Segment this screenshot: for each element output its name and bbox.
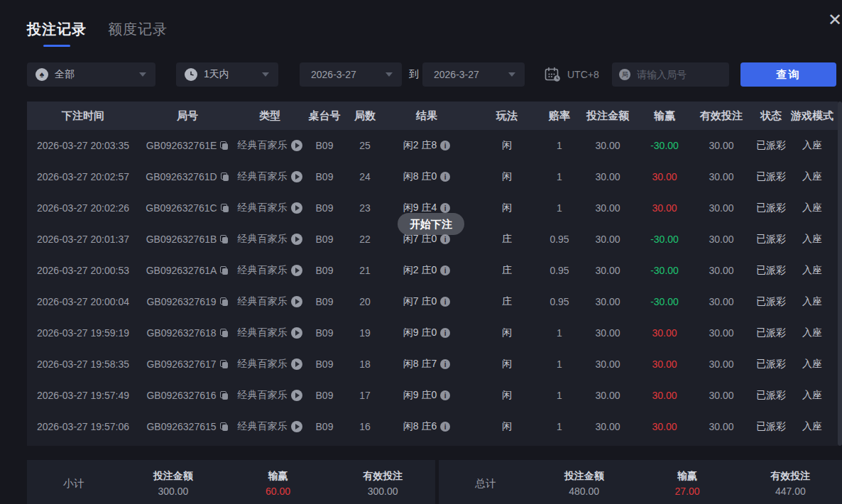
info-icon[interactable]: i [440, 265, 450, 275]
bet-amount: 30.00 [574, 171, 642, 182]
game-type-cell: 经典百家乐 [236, 233, 304, 246]
status-badge: 已派彩 [755, 233, 787, 246]
subtotal-winloss-value: 60.00 [226, 486, 331, 497]
game-type-text: 经典百家乐 [238, 202, 288, 214]
play-icon[interactable] [291, 171, 302, 182]
play-type: 闲 [469, 139, 545, 152]
game-mode: 入座 [787, 170, 838, 183]
round-id-text: GB092632761D [146, 171, 217, 182]
clock-icon [185, 68, 197, 81]
date-to-select[interactable]: 2026-3-27 [422, 62, 525, 87]
filter-bar: ♠ 全部 1天内 2026-3-27 到 2026-3-27 [0, 62, 842, 87]
result-text: 闲8 庄0 [403, 170, 437, 183]
round-icon: 局 [619, 69, 630, 80]
round-no: 17 [345, 390, 385, 401]
play-type: 闲 [469, 170, 545, 183]
win-loss: 30.00 [642, 390, 687, 401]
info-icon[interactable]: i [440, 297, 450, 307]
time-range-select[interactable]: 1天内 [176, 62, 278, 87]
bet-amount: 30.00 [574, 421, 642, 432]
play-icon[interactable] [291, 327, 302, 339]
copy-icon[interactable] [220, 235, 229, 244]
date-from-value: 2026-3-27 [311, 69, 356, 80]
play-icon[interactable] [291, 234, 302, 245]
game-mode: 入座 [787, 233, 838, 246]
col-type: 类型 [236, 109, 304, 123]
game-type-cell: 经典百家乐 [236, 264, 304, 277]
result-text: 闲8 庄7 [403, 358, 437, 371]
date-from-select[interactable]: 2026-3-27 [300, 62, 402, 87]
play-icon[interactable] [291, 140, 302, 151]
subtotal-winloss-name: 输赢 [226, 470, 331, 483]
info-icon[interactable]: i [440, 422, 450, 432]
play-icon[interactable] [291, 421, 302, 432]
game-type-text: 经典百家乐 [238, 358, 288, 371]
info-icon[interactable]: i [440, 172, 450, 182]
table-no: B09 [304, 202, 345, 214]
odds: 1 [545, 171, 574, 182]
info-icon[interactable]: i [440, 203, 450, 213]
result-text: 闲7 庄0 [403, 295, 437, 308]
result-cell: 闲9 庄0 i [385, 389, 469, 402]
timezone-control[interactable]: UTC+8 [544, 66, 599, 83]
col-bet-time: 下注时间 [27, 109, 139, 123]
copy-icon[interactable] [220, 360, 229, 369]
vertical-scrollbar[interactable] [838, 102, 842, 446]
bet-time: 2026-03-27 20:00:04 [27, 296, 139, 307]
chevron-down-icon [262, 72, 269, 77]
bet-amount: 30.00 [574, 358, 642, 370]
tab-betting-records[interactable]: 投注记录 [27, 20, 87, 47]
table-no: B09 [304, 140, 345, 151]
valid-bet: 30.00 [687, 234, 755, 245]
info-icon[interactable]: i [440, 141, 450, 150]
win-loss: 30.00 [642, 421, 687, 432]
table-row: 2026-03-27 20:00:04 GB0926327619 经典百家乐 B… [27, 286, 838, 317]
odds: 0.95 [545, 296, 574, 307]
info-icon[interactable]: i [440, 390, 450, 400]
round-search-input[interactable] [635, 68, 716, 81]
game-type-select[interactable]: ♠ 全部 [27, 62, 155, 87]
result-cell: 闲8 庄0 i [385, 170, 469, 183]
status-badge: 已派彩 [755, 327, 787, 339]
copy-icon[interactable] [221, 204, 229, 213]
result-cell: 闲8 庄7 i [385, 358, 469, 371]
close-icon[interactable]: ✕ [828, 11, 842, 28]
result-text: 闲2 庄8 [403, 139, 437, 152]
col-result: 结果 [385, 109, 469, 123]
query-button[interactable]: 查询 [740, 62, 836, 87]
round-no: 23 [345, 202, 385, 214]
copy-icon[interactable] [221, 172, 229, 182]
copy-icon[interactable] [220, 391, 229, 400]
copy-icon[interactable] [220, 141, 229, 150]
round-no: 16 [345, 421, 385, 432]
calendar-icon [544, 66, 562, 83]
play-icon[interactable] [291, 358, 302, 370]
round-id-cell: GB092632761A [139, 265, 236, 276]
round-id-cell: GB0926327617 [139, 358, 236, 370]
table-no: B09 [304, 390, 345, 401]
game-type-value: 全部 [55, 68, 75, 81]
play-icon[interactable] [291, 296, 302, 307]
chevron-down-icon [508, 72, 515, 77]
info-icon[interactable]: i [440, 328, 450, 338]
bet-amount: 30.00 [574, 327, 642, 339]
info-icon[interactable]: i [440, 234, 450, 244]
subtotal-label: 小计 [27, 477, 121, 491]
copy-icon[interactable] [220, 422, 229, 432]
col-play: 玩法 [469, 109, 545, 123]
copy-icon[interactable] [220, 329, 229, 338]
valid-bet: 30.00 [687, 390, 755, 401]
copy-icon[interactable] [220, 297, 229, 307]
col-table-no: 桌台号 [304, 109, 345, 123]
play-icon[interactable] [291, 265, 302, 276]
total-panel: 总计 投注金额 480.00 输赢 27.00 有效投注 447.00 [439, 460, 842, 504]
result-cell: 闲2 庄0 i [385, 264, 469, 277]
round-id-text: GB0926327617 [146, 358, 216, 370]
game-mode: 入座 [787, 327, 838, 339]
play-icon[interactable] [291, 390, 302, 401]
copy-icon[interactable] [220, 266, 229, 275]
info-icon[interactable]: i [440, 359, 450, 369]
play-icon[interactable] [291, 202, 302, 214]
tab-quota-records[interactable]: 额度记录 [108, 20, 168, 47]
status-badge: 已派彩 [755, 295, 787, 308]
